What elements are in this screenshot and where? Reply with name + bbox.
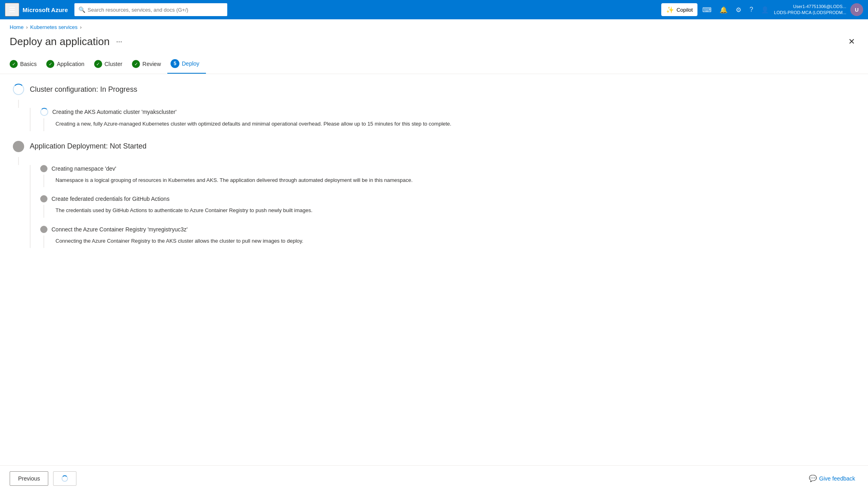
sub-item-federated: Create federated credentials for GitHub … (40, 195, 855, 218)
help-icon[interactable]: ? (746, 4, 756, 16)
sub-item-namespace: Creating namespace 'dev' Namespace is a … (40, 165, 855, 188)
sub-item-federated-desc: The credentials used by GitHub Actions t… (43, 205, 855, 218)
sub-item-aks-header: Creating the AKS Automatic cluster 'myak… (40, 108, 855, 116)
sub-item-federated-header: Create federated credentials for GitHub … (40, 195, 855, 202)
breadcrumb: Home › Kubernetes services › (0, 19, 868, 32)
hamburger-menu[interactable]: ☰ (5, 3, 19, 17)
page-header: Deploy an application ··· ✕ (0, 32, 868, 53)
wizard-steps: ✓ Basics ✓ Application ✓ Cluster ✓ Revie… (0, 53, 868, 74)
step-check-icon-4: ✓ (132, 60, 140, 68)
step-check-icon-2: ✓ (46, 60, 54, 68)
sub-item-aks-create: Creating the AKS Automatic cluster 'myak… (40, 108, 855, 131)
breadcrumb-home[interactable]: Home (10, 24, 24, 30)
more-options-icon[interactable]: ··· (116, 37, 122, 46)
copilot-label: Copilot (677, 7, 693, 13)
sub-item-acr-title: Connect the Azure Container Registry 'my… (51, 226, 187, 233)
settings-icon[interactable]: ⚙ (732, 4, 745, 16)
feedback-label: Give feedback (819, 475, 856, 482)
step-check-icon-1: ✓ (10, 60, 18, 68)
topbar-actions: ✨ Copilot ⌨ 🔔 ⚙ ? 👤 User1-47751306@LODS.… (661, 3, 863, 16)
section-line-2 (18, 157, 19, 165)
sub-item-namespace-title: Creating namespace 'dev' (51, 165, 116, 172)
sub-item-namespace-desc: Namespace is a logical grouping of resou… (43, 175, 855, 188)
wizard-step-application[interactable]: ✓ Application (43, 57, 91, 73)
sub-item-federated-circle (40, 195, 47, 202)
breadcrumb-kubernetes[interactable]: Kubernetes services (30, 24, 78, 30)
step-label-cluster: Cluster (105, 61, 122, 67)
wizard-step-review[interactable]: ✓ Review (129, 57, 167, 73)
wizard-step-basics[interactable]: ✓ Basics (10, 57, 43, 73)
user-tenant: LODS-PROD-MCA (LODSPRODM... (774, 10, 846, 16)
feedback-chat-icon: 💬 (809, 474, 817, 482)
app-deployment-header: Application Deployment: Not Started (13, 141, 855, 152)
copilot-button[interactable]: ✨ Copilot (661, 3, 697, 16)
wizard-step-deploy[interactable]: 5 Deploy (167, 56, 206, 74)
cluster-config-sub-items: Creating the AKS Automatic cluster 'myak… (30, 108, 855, 131)
user-email: User1-47751306@LODS... (774, 4, 846, 10)
give-feedback-button[interactable]: 💬 Give feedback (806, 472, 859, 485)
app-deployment-section: Application Deployment: Not Started Crea… (13, 141, 855, 248)
sub-item-acr-desc: Connecting the Azure Container Registry … (43, 235, 855, 248)
sub-item-namespace-header: Creating namespace 'dev' (40, 165, 855, 172)
breadcrumb-sep-1: › (26, 24, 28, 30)
app-deployment-circle (13, 141, 24, 152)
search-icon: 🔍 (78, 6, 85, 13)
cluster-config-header: Cluster configuration: In Progress (13, 84, 855, 95)
sub-item-acr: Connect the Azure Container Registry 'my… (40, 226, 855, 248)
page-title: Deploy an application (10, 35, 110, 48)
step-label-basics: Basics (20, 61, 37, 67)
copilot-icon: ✨ (666, 6, 674, 14)
breadcrumb-sep-2: › (80, 24, 82, 30)
step-label-review: Review (142, 61, 161, 67)
user-avatar[interactable]: U (850, 3, 863, 16)
search-input[interactable] (88, 7, 223, 13)
sub-item-federated-title: Create federated credentials for GitHub … (51, 196, 169, 202)
sub-item-aks-title: Creating the AKS Automatic cluster 'myak… (52, 109, 177, 115)
wizard-step-cluster[interactable]: ✓ Cluster (91, 57, 129, 73)
bottom-bar: Previous 💬 Give feedback (0, 465, 868, 491)
search-box[interactable]: 🔍 (74, 3, 227, 16)
cluster-config-title: Cluster configuration: In Progress (30, 85, 137, 94)
loading-indicator (53, 471, 76, 486)
sub-item-acr-header: Connect the Azure Container Registry 'my… (40, 226, 855, 233)
step-label-application: Application (57, 61, 84, 67)
app-deployment-sub-items: Creating namespace 'dev' Namespace is a … (30, 165, 855, 248)
feedback-icon[interactable]: 👤 (758, 4, 772, 16)
step-label-deploy: Deploy (182, 60, 200, 67)
cluster-config-spinner (13, 84, 24, 95)
step-num-icon-5: 5 (171, 59, 179, 68)
loading-spinner (62, 475, 68, 482)
content-area: Home › Kubernetes services › Deploy an a… (0, 19, 868, 491)
sub-item-aks-spinner (40, 108, 48, 116)
section-line-1 (18, 100, 19, 108)
user-info: User1-47751306@LODS... LODS-PROD-MCA (LO… (774, 4, 846, 16)
sub-item-namespace-circle (40, 165, 47, 172)
notifications-icon[interactable]: 🔔 (716, 4, 731, 16)
azure-logo: Microsoft Azure (23, 6, 68, 13)
previous-button[interactable]: Previous (10, 471, 48, 486)
terminal-icon[interactable]: ⌨ (699, 4, 715, 16)
cluster-config-section: Cluster configuration: In Progress Creat… (13, 84, 855, 131)
main-content: Cluster configuration: In Progress Creat… (0, 74, 868, 491)
sub-item-aks-desc: Creating a new, fully Azure-managed Kube… (43, 118, 855, 131)
topbar: ☰ Microsoft Azure 🔍 ✨ Copilot ⌨ 🔔 ⚙ ? 👤 … (0, 0, 868, 19)
sub-item-acr-circle (40, 226, 47, 233)
step-check-icon-3: ✓ (94, 60, 102, 68)
app-deployment-title: Application Deployment: Not Started (30, 142, 146, 151)
close-button[interactable]: ✕ (845, 35, 858, 48)
